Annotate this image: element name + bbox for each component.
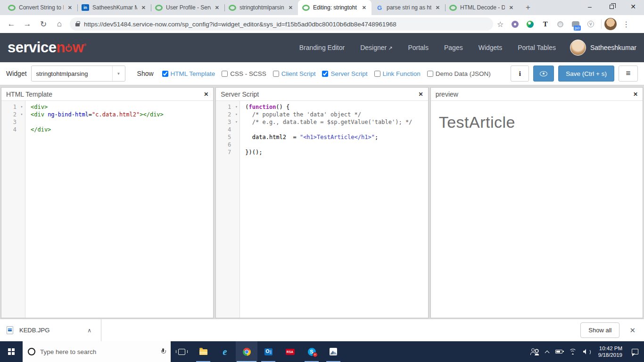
taskbar-app-button[interactable] [171,341,192,362]
start-button[interactable] [0,341,23,362]
tray-overflow-button[interactable] [542,341,552,362]
code-text[interactable]: (function() { [239,103,289,111]
preview-button[interactable] [533,66,554,82]
tab-close-icon[interactable]: ✕ [361,4,367,11]
browser-menu-icon[interactable]: ⋮ [618,20,635,29]
browser-tab[interactable]: parse stri ng as ht ✕ [372,0,445,15]
code-line[interactable]: 2▾<div ng-bind-html="c.data.html2"></div… [1,111,213,118]
widget-select[interactable]: stringtohtmlparsing ▼ [31,66,125,82]
show-checkbox[interactable]: Client Script [273,70,316,77]
show-checkbox[interactable]: Link Function [374,70,421,77]
taskbar-app-button[interactable] [257,341,279,362]
fold-arrow-icon[interactable]: ▾ [233,111,239,118]
code-text[interactable]: </div> [25,126,51,133]
sn-nav-item[interactable]: Widgets [479,44,503,51]
sn-user-menu[interactable]: Satheeshkumar [570,40,636,56]
server-script-editor[interactable]: 1▾(function() {2▾ /* populate the 'data'… [216,101,428,318]
microphone-icon[interactable] [161,348,165,355]
address-bar[interactable]: https://dev51484.service-now.com/sp_conf… [70,17,493,31]
tab-close-icon[interactable]: ✕ [140,4,147,11]
checkbox-input[interactable] [322,71,328,77]
browser-profile-avatar[interactable] [604,18,617,30]
tab-close-icon[interactable]: ✕ [508,4,514,11]
battery-button[interactable] [552,341,566,362]
code-line[interactable]: 1▾<div> [1,103,213,111]
tab-close-icon[interactable]: ✕ [67,4,73,11]
checkbox-input[interactable] [222,71,228,77]
sn-nav-item[interactable]: Portal Tables [518,44,556,51]
volume-button[interactable] [580,341,594,362]
restore-button[interactable] [601,0,622,13]
browser-extension-button[interactable] [586,20,594,28]
chevron-up-icon[interactable]: ∧ [87,327,91,334]
checkbox-input[interactable] [162,71,168,77]
tab-close-icon[interactable]: ✕ [288,4,294,11]
bookmark-star-icon[interactable]: ☆ [494,20,506,29]
show-checkbox[interactable]: CSS - SCSS [222,70,266,77]
code-line[interactable]: 5 data.html2 = "<h1>TestArticle</h1>"; [216,133,428,141]
code-line[interactable]: 1▾(function() { [216,103,428,111]
action-center-button[interactable] [626,341,644,362]
show-checkbox[interactable]: Server Script [322,70,367,77]
fold-arrow-icon[interactable]: ▾ [18,111,25,118]
taskbar-clock[interactable]: 10:42 PM 9/18/2019 [594,345,626,358]
close-panel-icon[interactable]: ✕ [204,91,208,98]
fold-arrow-icon[interactable]: ▾ [233,118,239,126]
browser-extension-button[interactable] [556,20,564,28]
back-button[interactable]: ← [4,16,19,32]
code-line[interactable]: 2▾ /* populate the 'data' object */ [216,111,428,118]
home-button[interactable]: ⌂ [52,16,67,32]
url-text[interactable]: https://dev51484.service-now.com/sp_conf… [84,21,396,28]
code-text[interactable] [239,141,245,148]
fold-arrow-icon[interactable]: ▾ [18,103,25,111]
browser-tab[interactable]: User Profile - Servi ✕ [151,0,224,15]
panel-menu-button[interactable]: ≡ [619,66,638,82]
code-line[interactable]: 6 [216,141,428,148]
sn-nav-item[interactable]: Pages [444,44,463,51]
code-line[interactable]: 3 [1,118,213,126]
browser-extension-button[interactable] [541,20,549,28]
save-button[interactable]: Save (Ctrl + s) [558,66,614,82]
browser-tab[interactable]: SatheeshKumar M ✕ [77,0,151,15]
taskbar-app-button[interactable] [192,341,214,362]
sn-nav-item[interactable]: Portals [408,44,429,51]
forward-button[interactable]: → [20,16,35,32]
taskbar-search[interactable] [23,341,171,362]
code-line[interactable]: 7})(); [216,148,428,156]
tab-close-icon[interactable]: ✕ [214,4,220,11]
checkbox-input[interactable] [273,71,279,77]
wifi-button[interactable] [566,341,580,362]
html-template-editor[interactable]: 1▾<div>2▾<div ng-bind-html="c.data.html2… [1,101,213,318]
info-button[interactable]: i [511,66,529,82]
code-text[interactable]: data.html2 = "<h1>TestArticle</h1>"; [239,133,378,141]
close-panel-icon[interactable]: ✕ [419,91,423,98]
code-text[interactable]: /* populate the 'data' object */ [239,111,361,118]
show-checkbox[interactable]: HTML Template [162,70,215,77]
sn-nav-item[interactable]: Designer↗ [360,44,392,51]
taskbar-app-button[interactable] [214,341,236,362]
show-checkbox[interactable]: Demo Data (JSON) [427,70,491,77]
browser-extension-button[interactable] [511,20,519,28]
close-download-bar-icon[interactable]: ✕ [627,326,637,335]
download-item[interactable]: KEDB.JPG ∧ [7,319,101,341]
code-line[interactable]: 4</div> [1,126,213,133]
new-tab-button[interactable]: + [521,1,535,14]
close-panel-icon[interactable]: ✕ [633,91,638,98]
taskbar-app-button[interactable] [279,341,301,362]
browser-extension-button[interactable] [526,20,534,28]
browser-tab[interactable]: stringtohtmlparsin ✕ [224,0,298,15]
code-line[interactable]: 4 [216,126,428,133]
people-button[interactable] [528,341,542,362]
minimize-button[interactable]: – [579,0,601,13]
code-text[interactable] [239,126,245,133]
reload-button[interactable]: ↻ [36,16,51,32]
tab-close-icon[interactable]: ✕ [435,4,441,11]
code-text[interactable] [25,118,31,126]
code-text[interactable]: })(); [239,148,262,156]
browser-tab[interactable]: Convert String to H ✕ [4,0,77,15]
taskbar-app-button[interactable] [301,341,322,362]
fold-arrow-icon[interactable]: ▾ [233,103,239,111]
checkbox-input[interactable] [374,71,380,77]
taskbar-app-button[interactable] [236,341,257,362]
chevron-down-icon[interactable]: ▼ [112,66,125,81]
